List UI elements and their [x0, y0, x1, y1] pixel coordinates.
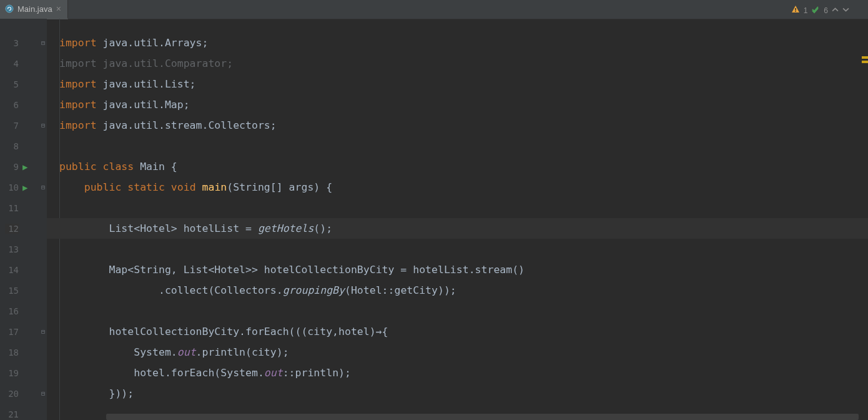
- code-line: hotelCollectionByCity.forEach(((city,hot…: [47, 321, 868, 342]
- passed-count: 6: [824, 6, 828, 15]
- gutter-row: 14: [0, 259, 47, 280]
- check-icon: [811, 5, 820, 16]
- inspection-widget[interactable]: 1 6: [791, 5, 849, 16]
- gutter-row: 7⊟: [0, 115, 47, 136]
- code-line: }));: [47, 383, 868, 404]
- code-line: public class Main {: [47, 156, 868, 177]
- fold-toggle-icon[interactable]: ⊟: [41, 328, 45, 335]
- code-line: import java.util.Comparator;: [47, 53, 868, 74]
- svg-rect-1: [795, 8, 796, 10]
- gutter-row: 10▶⊟: [0, 177, 47, 198]
- run-icon[interactable]: ▶: [22, 182, 27, 192]
- ide-root: Main.java × 1 6 3⊟ 4 5 6 7⊟ 8: [0, 0, 868, 420]
- code-line: [47, 136, 868, 156]
- gutter-row: 9▶: [0, 156, 47, 177]
- java-class-icon: [5, 4, 14, 13]
- code-line: import java.util.Arrays;: [47, 32, 868, 53]
- gutter-row: 16: [0, 301, 47, 321]
- code-line: Map<String, List<Hotel>> hotelCollection…: [47, 259, 868, 280]
- gutter-row: 3⊟: [0, 32, 47, 53]
- gutter-row: 6: [0, 94, 47, 115]
- gutter-row: 19: [0, 362, 47, 383]
- file-tab-main-java[interactable]: Main.java ×: [0, 0, 68, 19]
- code-area[interactable]: import java.util.Arrays; import java.uti…: [47, 19, 868, 420]
- code-line: hotel.forEach(System.out::println);: [47, 362, 868, 383]
- svg-rect-2: [795, 11, 796, 12]
- code-line: public static void main(String[] args) {: [47, 177, 868, 198]
- gutter[interactable]: 3⊟ 4 5 6 7⊟ 8 9▶ 10▶⊟ 11 12 13 14 15 16 …: [0, 19, 47, 420]
- code-line: import java.util.stream.Collectors;: [47, 115, 868, 136]
- gutter-row: 4: [0, 53, 47, 74]
- code-line: [47, 301, 868, 321]
- code-line: import java.util.List;: [47, 74, 868, 94]
- gutter-row: 17⊟: [0, 321, 47, 342]
- editor-tab-bar: Main.java ×: [0, 0, 868, 19]
- code-line: .collect(Collectors.groupingBy(Hotel::ge…: [47, 280, 868, 301]
- code-line: System.out.println(city);: [47, 342, 868, 362]
- fold-end-icon[interactable]: ⊟: [41, 390, 45, 397]
- chevron-down-icon[interactable]: [842, 6, 849, 15]
- warning-icon: [791, 5, 800, 16]
- fold-toggle-icon[interactable]: ⊟: [41, 39, 45, 46]
- fold-toggle-icon[interactable]: ⊟: [41, 184, 45, 191]
- code-line: import java.util.Map;: [47, 94, 868, 115]
- svg-point-0: [6, 5, 13, 12]
- gutter-row: 21: [0, 404, 47, 420]
- fold-end-icon[interactable]: ⊟: [41, 122, 45, 129]
- gutter-row: 12: [0, 218, 47, 239]
- tab-close-icon[interactable]: ×: [56, 4, 61, 13]
- gutter-row: 15: [0, 280, 47, 301]
- gutter-row: 8: [0, 136, 47, 156]
- gutter-row: 18: [0, 342, 47, 362]
- code-line: [47, 198, 868, 218]
- gutter-row: 13: [0, 239, 47, 259]
- gutter-row: 11: [0, 198, 47, 218]
- code-line: [47, 239, 868, 259]
- gutter-row: 20⊟: [0, 383, 47, 404]
- chevron-up-icon[interactable]: [832, 6, 839, 15]
- tab-filename: Main.java: [17, 4, 52, 14]
- editor-pane: 3⊟ 4 5 6 7⊟ 8 9▶ 10▶⊟ 11 12 13 14 15 16 …: [0, 19, 868, 420]
- run-icon[interactable]: ▶: [22, 162, 27, 172]
- code-line-current: List<Hotel> hotelList = getHotels();: [47, 218, 868, 239]
- warning-count: 1: [804, 6, 808, 15]
- gutter-row: 5: [0, 74, 47, 94]
- horizontal-scrollbar[interactable]: [106, 414, 859, 420]
